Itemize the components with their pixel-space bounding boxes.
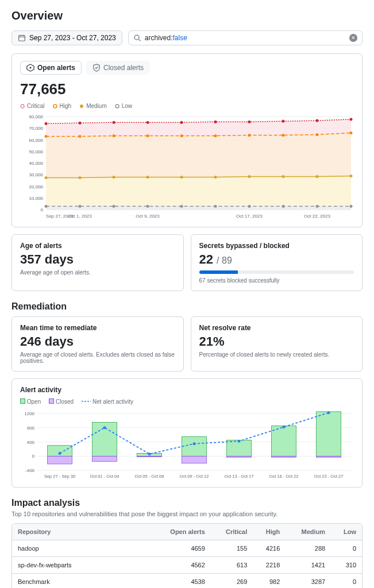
alert-icon xyxy=(26,64,34,72)
svg-rect-94 xyxy=(227,457,252,458)
svg-text:Oct 05 - Oct 08: Oct 05 - Oct 08 xyxy=(135,474,164,479)
tab-open-alerts[interactable]: Open alerts xyxy=(20,61,82,75)
svg-point-54 xyxy=(349,175,352,177)
total-open-alerts: 77,665 xyxy=(20,80,354,98)
search-qualifier: archived: xyxy=(145,34,173,42)
search-input-wrap[interactable]: archived:false ✕ xyxy=(128,30,363,45)
svg-point-61 xyxy=(248,205,251,208)
svg-text:-400: -400 xyxy=(25,468,35,473)
date-range-label: Sep 27, 2023 - Oct 27, 2023 xyxy=(29,34,116,42)
svg-point-105 xyxy=(193,442,196,445)
svg-point-63 xyxy=(315,205,318,208)
legend-critical-marker xyxy=(20,104,25,109)
open-alerts-panel: Open alerts Closed alerts 77,665 Critica… xyxy=(11,53,363,227)
svg-text:800: 800 xyxy=(27,425,35,431)
legend-high-marker xyxy=(53,104,57,109)
svg-point-28 xyxy=(146,121,149,124)
svg-point-43 xyxy=(315,133,318,136)
svg-text:50,000: 50,000 xyxy=(29,149,44,154)
svg-point-57 xyxy=(113,205,115,208)
shield-check-icon xyxy=(92,64,101,72)
svg-point-32 xyxy=(282,120,285,123)
svg-rect-97 xyxy=(272,457,296,458)
svg-rect-91 xyxy=(182,457,207,463)
svg-text:0: 0 xyxy=(32,454,35,459)
table-row[interactable]: sp-dev-fx-webparts456261322181421310 xyxy=(12,556,362,573)
svg-point-37 xyxy=(113,134,115,137)
svg-point-3 xyxy=(21,105,24,108)
page-title: Overview xyxy=(11,9,363,22)
svg-rect-90 xyxy=(182,437,207,457)
svg-point-62 xyxy=(282,205,285,208)
svg-point-39 xyxy=(180,134,183,137)
svg-text:Sep 27 - Sep 30: Sep 27 - Sep 30 xyxy=(44,474,75,479)
svg-point-106 xyxy=(238,440,241,443)
svg-point-60 xyxy=(214,205,217,208)
svg-point-45 xyxy=(45,176,48,179)
legend-closed-marker xyxy=(49,399,54,404)
table-header[interactable]: Open alerts xyxy=(152,524,211,540)
svg-text:70,000: 70,000 xyxy=(29,126,44,131)
legend-net-marker xyxy=(82,399,91,404)
svg-text:Oct 13 - Oct 17: Oct 13 - Oct 17 xyxy=(225,474,254,479)
svg-point-52 xyxy=(282,175,285,178)
table-header[interactable]: High xyxy=(253,524,286,540)
search-input[interactable] xyxy=(188,34,346,42)
svg-rect-99 xyxy=(317,412,341,456)
table-header[interactable]: Repository xyxy=(12,524,152,540)
table-row[interactable]: hadoop465915542162880 xyxy=(12,540,362,556)
svg-point-58 xyxy=(146,205,149,208)
svg-text:Oct 09 - Oct 12: Oct 09 - Oct 12 xyxy=(180,474,209,479)
svg-point-30 xyxy=(214,121,217,123)
svg-point-27 xyxy=(113,121,115,124)
date-range-button[interactable]: Sep 27, 2023 - Oct 27, 2023 xyxy=(11,30,122,45)
mtr-card: Mean time to remediate 246 days Average … xyxy=(11,316,184,372)
svg-point-56 xyxy=(79,205,82,208)
svg-point-40 xyxy=(214,134,217,137)
svg-point-102 xyxy=(59,452,61,455)
svg-rect-100 xyxy=(317,457,341,458)
svg-point-49 xyxy=(180,176,183,179)
search-value: false xyxy=(172,34,187,42)
activity-legend: Open Closed Net alert activity xyxy=(20,399,354,405)
alert-activity-panel: Alert activity Open Closed Net alert act… xyxy=(11,378,363,487)
svg-point-50 xyxy=(214,176,217,179)
remediation-heading: Remediation xyxy=(11,301,363,312)
svg-point-103 xyxy=(103,427,106,430)
svg-point-108 xyxy=(327,412,330,415)
svg-text:Oct 23 - Oct 27: Oct 23 - Oct 27 xyxy=(314,474,344,479)
age-of-alerts-card: Age of alerts 357 days Average age of op… xyxy=(11,234,184,291)
nrr-card: Net resolve rate 21% Percentage of close… xyxy=(191,316,363,372)
svg-point-55 xyxy=(45,205,48,208)
secrets-card: Secrets bypassed / blocked 22 / 89 67 se… xyxy=(191,234,363,291)
table-row[interactable]: Benchmark453826998232870 xyxy=(12,573,362,588)
table-header[interactable]: Low xyxy=(331,524,362,540)
svg-text:Oct 01 - Oct 04: Oct 01 - Oct 04 xyxy=(90,474,119,479)
svg-point-34 xyxy=(349,118,352,121)
svg-point-51 xyxy=(248,175,251,178)
svg-point-35 xyxy=(45,135,48,138)
svg-point-64 xyxy=(349,205,352,208)
svg-text:1200: 1200 xyxy=(24,411,34,416)
svg-point-31 xyxy=(248,121,251,123)
svg-point-53 xyxy=(315,175,318,178)
table-header[interactable]: Medium xyxy=(286,524,331,540)
svg-point-42 xyxy=(282,134,285,137)
svg-text:40,000: 40,000 xyxy=(29,161,44,166)
svg-point-29 xyxy=(180,121,183,124)
clear-search-icon[interactable]: ✕ xyxy=(349,34,357,42)
severity-legend: Critical High Medium Low xyxy=(20,103,354,109)
svg-text:Oct 1, 2023: Oct 1, 2023 xyxy=(68,214,92,219)
tab-closed-alerts[interactable]: Closed alerts xyxy=(86,61,150,75)
search-icon xyxy=(133,34,141,42)
search-query[interactable]: archived:false xyxy=(145,34,346,42)
svg-rect-96 xyxy=(272,426,296,457)
table-header[interactable]: Critical xyxy=(211,524,253,540)
svg-rect-82 xyxy=(48,457,72,465)
svg-point-48 xyxy=(146,176,149,179)
impact-heading: Impact analysis xyxy=(11,498,363,508)
svg-point-5 xyxy=(80,105,83,108)
svg-text:Oct 18 - Oct 22: Oct 18 - Oct 22 xyxy=(269,474,299,479)
legend-open-marker xyxy=(20,399,25,404)
svg-text:400: 400 xyxy=(27,440,35,445)
